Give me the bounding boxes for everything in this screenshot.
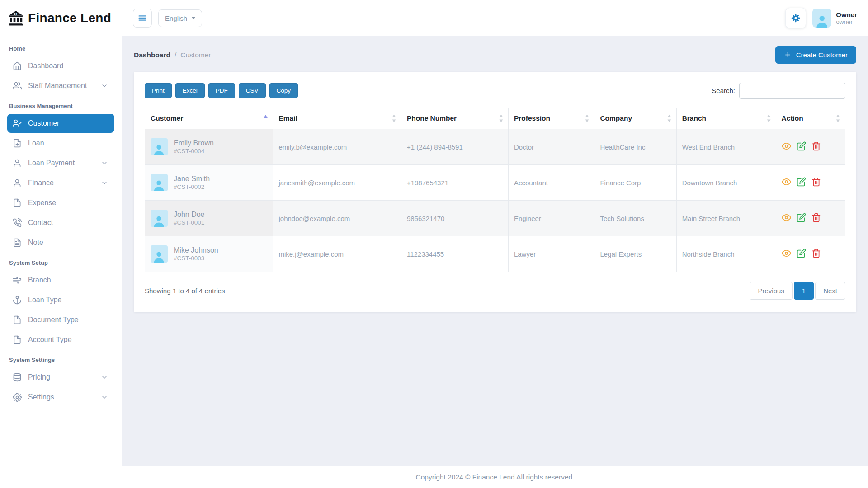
delete-button[interactable] xyxy=(811,141,821,151)
edit-icon xyxy=(797,177,806,187)
trash-icon xyxy=(811,141,821,151)
sidebar-item-label: Dashboard xyxy=(28,62,63,70)
sort-icon xyxy=(392,115,396,122)
page-1-button[interactable]: 1 xyxy=(794,282,814,300)
column-header-action[interactable]: Action xyxy=(776,108,845,129)
sidebar-item-pricing[interactable]: Pricing xyxy=(7,368,114,387)
chevron-down-icon xyxy=(100,160,109,167)
previous-page-button[interactable]: Previous xyxy=(750,282,792,300)
sidebar-item-label: Note xyxy=(28,239,43,247)
action-cell xyxy=(776,201,845,236)
column-header-company[interactable]: Company xyxy=(594,108,676,129)
phone-cell: 9856321470 xyxy=(401,201,508,236)
delete-button[interactable] xyxy=(811,213,821,222)
breadcrumb-separator: / xyxy=(175,51,176,59)
sidebar-item-staff-management[interactable]: Staff Management xyxy=(7,76,114,95)
sidebar-item-loan[interactable]: Loan xyxy=(7,134,114,153)
email-cell: emily.b@example.com xyxy=(273,129,401,165)
customer-code: #CST-0004 xyxy=(174,148,214,155)
sidebar-item-loan-payment[interactable]: Loan Payment xyxy=(7,154,114,173)
customer-cell: Mike Johnson#CST-0003 xyxy=(145,236,273,272)
column-header-phone[interactable]: Phone Number xyxy=(401,108,508,129)
column-header-email[interactable]: Email xyxy=(273,108,401,129)
sidebar-item-branch[interactable]: Branch xyxy=(7,271,114,290)
sort-icon xyxy=(499,115,504,122)
table-toolbar: Print Excel PDF CSV Copy Search: xyxy=(145,83,845,99)
profession-cell: Doctor xyxy=(508,129,594,165)
topbar-right: Owner owner xyxy=(785,8,857,28)
customer-table: Customer Email Phone Number Profession C… xyxy=(145,108,845,272)
user-menu[interactable]: Owner owner xyxy=(812,9,857,28)
sidebar-item-expense[interactable]: Expense xyxy=(7,193,114,212)
profession-cell: Lawyer xyxy=(508,236,594,272)
anchor-icon xyxy=(13,296,22,305)
sidebar-item-contact[interactable]: Contact xyxy=(7,213,114,232)
customer-cell: Emily Brown#CST-0004 xyxy=(145,129,273,165)
sidebar-item-settings[interactable]: Settings xyxy=(7,388,114,407)
sidebar-item-note[interactable]: Note xyxy=(7,233,114,252)
edit-button[interactable] xyxy=(797,177,806,187)
sidebar-item-loan-type[interactable]: Loan Type xyxy=(7,291,114,310)
language-selector[interactable]: English xyxy=(158,9,202,27)
section-heading-business-management: Business Management xyxy=(9,103,114,109)
sidebar-item-finance[interactable]: Finance xyxy=(7,174,114,192)
table-header-row: Customer Email Phone Number Profession C… xyxy=(145,108,845,129)
column-header-branch[interactable]: Branch xyxy=(676,108,776,129)
create-customer-button[interactable]: Create Customer xyxy=(775,46,856,64)
next-page-button[interactable]: Next xyxy=(815,282,845,300)
table-row: Jane Smith#CST-0002 janesmith@example.co… xyxy=(145,165,845,201)
sidebar-item-label: Finance xyxy=(28,179,54,187)
chevron-down-icon xyxy=(100,394,109,401)
sidebar-item-document-type[interactable]: Document Type xyxy=(7,310,114,329)
customer-cell: Jane Smith#CST-0002 xyxy=(145,165,273,201)
customer-code: #CST-0003 xyxy=(174,255,218,263)
sidebar-item-dashboard[interactable]: Dashboard xyxy=(7,56,114,75)
brand-logo[interactable]: Finance Lend xyxy=(0,0,122,36)
sidebar-item-account-type[interactable]: Account Type xyxy=(7,330,114,349)
file-icon xyxy=(13,315,22,324)
sort-asc-icon xyxy=(263,115,268,122)
column-header-profession[interactable]: Profession xyxy=(508,108,594,129)
profession-cell: Accountant xyxy=(508,165,594,201)
breadcrumb-dashboard[interactable]: Dashboard xyxy=(134,51,170,59)
sidebar-nav: Home Dashboard Staff Management Business… xyxy=(0,36,122,407)
eye-icon xyxy=(782,249,791,258)
edit-button[interactable] xyxy=(797,213,806,222)
search-label: Search: xyxy=(712,87,735,94)
view-button[interactable] xyxy=(782,249,791,258)
csv-button[interactable]: CSV xyxy=(239,83,266,98)
view-button[interactable] xyxy=(782,177,791,187)
users-icon xyxy=(13,81,22,90)
email-cell: johndoe@example.com xyxy=(273,201,401,236)
branch-cell: Northside Branch xyxy=(676,236,776,272)
sidebar-item-customer[interactable]: Customer xyxy=(7,114,114,133)
column-header-customer[interactable]: Customer xyxy=(145,108,273,129)
plus-icon xyxy=(784,51,792,59)
sort-icon xyxy=(585,115,590,122)
pdf-button[interactable]: PDF xyxy=(208,83,235,98)
menu-toggle-button[interactable] xyxy=(133,9,152,28)
view-button[interactable] xyxy=(782,141,791,151)
phone-cell: +1 (244) 894-8591 xyxy=(401,129,508,165)
delete-button[interactable] xyxy=(811,177,821,187)
sidebar-item-label: Settings xyxy=(28,393,54,401)
table-row: Emily Brown#CST-0004 emily.b@example.com… xyxy=(145,129,845,165)
edit-button[interactable] xyxy=(797,249,806,258)
database-icon xyxy=(13,373,22,382)
search-input[interactable] xyxy=(739,83,845,99)
customer-name: Jane Smith xyxy=(174,174,210,183)
file-icon xyxy=(13,335,22,344)
customer-name: Mike Johnson xyxy=(174,246,218,255)
copy-button[interactable]: Copy xyxy=(269,83,298,98)
delete-button[interactable] xyxy=(811,249,821,258)
export-buttons: Print Excel PDF CSV Copy xyxy=(145,83,298,98)
person-icon xyxy=(152,142,166,155)
edit-button[interactable] xyxy=(797,141,806,151)
excel-button[interactable]: Excel xyxy=(175,83,205,98)
person-icon xyxy=(152,178,166,191)
print-button[interactable]: Print xyxy=(145,83,172,98)
person-icon xyxy=(152,214,166,227)
view-button[interactable] xyxy=(782,213,791,222)
settings-button[interactable] xyxy=(785,8,806,28)
page-head: Dashboard / Customer Create Customer xyxy=(122,36,868,72)
